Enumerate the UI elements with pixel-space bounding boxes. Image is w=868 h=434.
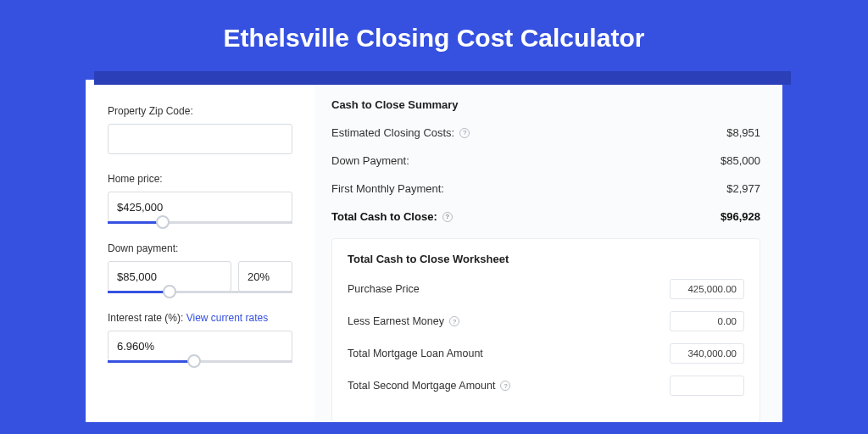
zip-input[interactable] [108, 124, 292, 154]
slider-fill [108, 360, 191, 363]
results-column: Cash to Close Summary Estimated Closing … [314, 80, 782, 422]
interest-field-group: Interest rate (%): View current rates [108, 312, 292, 363]
down-payment-slider[interactable] [108, 291, 292, 293]
interest-label: Interest rate (%): View current rates [108, 312, 292, 324]
interest-input[interactable] [108, 331, 292, 361]
home-price-field-group: Home price: [108, 173, 292, 224]
down-payment-pct-input[interactable] [238, 261, 292, 292]
view-rates-link[interactable]: View current rates [186, 312, 269, 324]
page-title: Ethelsville Closing Cost Calculator [0, 0, 868, 71]
ws-value-input[interactable] [670, 376, 744, 396]
calculator-panel: Property Zip Code: Home price: Down paym… [86, 80, 782, 422]
ws-label-text: Total Mortgage Loan Amount [348, 348, 483, 359]
summary-label-text: Estimated Closing Costs: [331, 126, 454, 139]
down-payment-label: Down payment: [108, 242, 292, 254]
ws-value-input[interactable] [670, 279, 744, 299]
summary-value: $85,000 [721, 154, 760, 167]
ws-value-input[interactable] [670, 343, 744, 364]
summary-heading: Cash to Close Summary [331, 98, 760, 111]
help-icon[interactable]: ? [449, 316, 459, 326]
summary-value: $8,951 [726, 126, 760, 139]
worksheet-row-purchase-price: Purchase Price [348, 279, 744, 299]
worksheet-row-second-mortgage: Total Second Mortgage Amount ? [348, 376, 744, 396]
ws-label-text: Less Earnest Money [348, 315, 444, 327]
slider-thumb[interactable] [163, 285, 176, 298]
home-price-slider[interactable] [108, 221, 292, 224]
summary-label-text: Down Payment: [331, 154, 409, 167]
worksheet-heading: Total Cash to Close Worksheet [348, 253, 744, 265]
inputs-column: Property Zip Code: Home price: Down paym… [86, 80, 314, 422]
summary-row-down-payment: Down Payment: $85,000 [331, 154, 760, 167]
ws-value-input[interactable] [670, 311, 744, 331]
summary-row-closing-costs: Estimated Closing Costs: ? $8,951 [331, 126, 760, 139]
down-payment-field-group: Down payment: [108, 242, 292, 293]
help-icon[interactable]: ? [500, 381, 510, 391]
home-price-label: Home price: [108, 173, 292, 185]
ws-label-text: Purchase Price [348, 283, 420, 295]
header-shadow [94, 71, 791, 85]
summary-label-text: First Monthly Payment: [331, 182, 444, 195]
worksheet-row-mortgage-amount: Total Mortgage Loan Amount [348, 343, 744, 364]
summary-row-first-payment: First Monthly Payment: $2,977 [331, 182, 760, 195]
summary-value: $2,977 [726, 182, 760, 195]
slider-fill [108, 221, 159, 224]
home-price-input[interactable] [108, 192, 292, 222]
summary-total-value: $96,928 [721, 210, 760, 223]
summary-row-total: Total Cash to Close: ? $96,928 [331, 210, 760, 223]
zip-label: Property Zip Code: [108, 105, 292, 117]
interest-slider[interactable] [108, 360, 292, 363]
slider-thumb[interactable] [187, 354, 201, 368]
worksheet-card: Total Cash to Close Worksheet Purchase P… [331, 238, 760, 422]
ws-label-text: Total Second Mortgage Amount [348, 380, 495, 392]
slider-thumb[interactable] [156, 215, 170, 229]
slider-fill [108, 291, 167, 293]
help-icon[interactable]: ? [459, 128, 470, 138]
zip-field-group: Property Zip Code: [108, 105, 292, 154]
help-icon[interactable]: ? [442, 212, 453, 222]
summary-total-label: Total Cash to Close: [331, 210, 437, 223]
worksheet-row-earnest-money: Less Earnest Money ? [348, 311, 744, 331]
interest-label-text: Interest rate (%): [108, 312, 183, 324]
